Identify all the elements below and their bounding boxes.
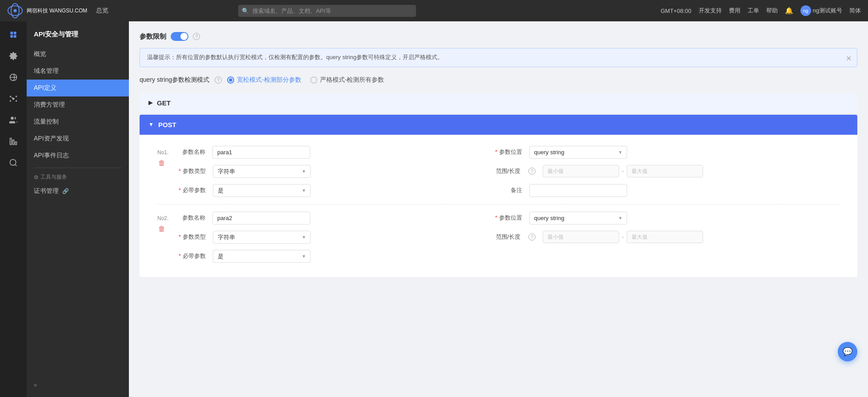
cert-label: 证书管理 <box>34 187 59 195</box>
sidebar-icon-security[interactable] <box>4 25 23 44</box>
param-1-type-select-wrapper: 字符串 ▼ <box>213 165 311 178</box>
sidebar-item-overview[interactable]: 概览 <box>27 46 129 63</box>
param-2-req-select-wrapper: 是 ▼ <box>213 250 311 263</box>
sidebar-app-title: API安全与管理 <box>27 25 129 46</box>
svg-rect-17 <box>12 140 14 145</box>
param-1-pos-select[interactable]: query string <box>529 146 627 159</box>
nav-title[interactable]: 总览 <box>96 7 108 15</box>
floating-chat-button[interactable]: 💬 <box>838 342 857 361</box>
svg-point-15 <box>11 117 14 120</box>
content-area: 参数限制 ? 温馨提示：所有位置的参数默认执行宽松模式，仅检测有配置的参数。qu… <box>129 21 868 397</box>
param-2-type-select-wrapper: 字符串 ▼ <box>213 231 311 244</box>
sidebar-icon-traffic[interactable] <box>4 132 23 151</box>
param-2-range-help-icon[interactable]: ? <box>528 233 536 241</box>
param-2-name-pos-row: 参数名称 参数位置 query string ▼ <box>179 212 840 225</box>
cost-link[interactable]: 费用 <box>729 7 740 15</box>
row-1-delete-icon[interactable]: 🗑 <box>158 159 165 167</box>
domain-label: 域名管理 <box>34 67 59 75</box>
search-container: 🔍 <box>238 5 416 17</box>
sidebar-item-traffic[interactable]: 流量控制 <box>27 113 129 130</box>
radio-strict-label: 严格模式-检测所有参数 <box>320 76 384 84</box>
sidebar-icon-consumer[interactable] <box>4 110 23 130</box>
mode-select-label: query string参数检测模式 <box>140 76 209 84</box>
logo-text: 网宿科技 WANGSU.COM <box>27 8 87 14</box>
param-limit-label: 参数限制 <box>140 32 166 41</box>
param-limit-help-icon[interactable]: ? <box>193 33 200 40</box>
user-menu[interactable]: ng ng测试账号 <box>800 5 842 16</box>
sidebar-item-domain[interactable]: 域名管理 <box>27 63 129 80</box>
row-2-delete-icon[interactable]: 🗑 <box>158 225 165 233</box>
param-1-req-select[interactable]: 是 <box>213 184 311 197</box>
sidebar-item-discovery[interactable]: API资产发现 <box>27 130 129 147</box>
get-method-label: GET <box>157 99 171 107</box>
param-1-remark-input[interactable] <box>529 184 627 197</box>
param-2-type-label: 参数类型 <box>179 233 206 241</box>
get-chevron-right-icon: ▶ <box>148 100 152 106</box>
wangsu-logo-icon <box>7 3 23 19</box>
lang-switch[interactable]: 简体 <box>849 7 861 15</box>
param-2-name-input[interactable] <box>212 212 310 225</box>
tools-section-label: ⚙ 工具与服务 <box>27 172 129 183</box>
sidebar-divider <box>34 168 122 168</box>
param-1-name-input[interactable] <box>212 146 310 159</box>
sidebar-item-event-log[interactable]: API事件日志 <box>27 147 129 164</box>
param-2-pos-select[interactable]: query string <box>529 212 627 225</box>
param-1-pos-label: 参数位置 <box>495 148 522 156</box>
param-1-range-label: 范围/长度 <box>494 167 520 175</box>
api-def-label: API定义 <box>34 84 56 92</box>
param-form-container: No1. 🗑 参数名称 参数位置 query string ▼ <box>140 135 857 277</box>
sidebar-icon-api[interactable] <box>4 89 23 108</box>
notification-bell-icon[interactable]: 🔔 <box>785 7 793 15</box>
param-1-range-help-icon[interactable]: ? <box>528 168 536 175</box>
param-row-2: No2. 🗑 参数名称 参数位置 query string ▼ <box>157 212 840 263</box>
param-2-min-input[interactable] <box>543 231 619 243</box>
dev-support-link[interactable]: 开发支持 <box>699 7 722 15</box>
svg-line-20 <box>15 164 17 166</box>
param-1-min-input[interactable] <box>543 165 619 177</box>
svg-rect-4 <box>14 32 16 34</box>
workorder-link[interactable]: 工单 <box>748 7 759 15</box>
svg-point-10 <box>10 96 11 97</box>
alert-close-icon[interactable]: ✕ <box>846 53 852 64</box>
sidebar-item-cert[interactable]: 证书管理 🔗 <box>27 183 129 200</box>
sidebar-icon-domain[interactable] <box>4 68 23 87</box>
param-1-req-select-wrapper: 是 ▼ <box>213 184 311 197</box>
param-2-max-input[interactable] <box>627 231 703 243</box>
param-2-name-label: 参数名称 <box>179 214 205 222</box>
param-1-remark-label: 备注 <box>496 186 522 194</box>
search-input[interactable] <box>238 5 416 17</box>
post-method-label: POST <box>158 121 176 128</box>
mode-select-row: query string参数检测模式 ? 宽松模式-检测部分参数 严格模式-检测… <box>140 76 857 84</box>
svg-rect-16 <box>10 138 12 145</box>
param-2-pos-label: 参数位置 <box>495 214 522 222</box>
radio-strict-mode[interactable]: 严格模式-检测所有参数 <box>310 76 384 84</box>
get-method-header[interactable]: ▶ GET <box>140 93 857 113</box>
top-navbar: 网宿科技 WANGSU.COM 总览 🔍 GMT+08:00 开发支持 费用 工… <box>0 0 868 21</box>
param-2-req-select[interactable]: 是 <box>213 250 311 263</box>
sidebar-collapse-btn[interactable]: « <box>27 376 129 393</box>
param-2-type-select[interactable]: 字符串 <box>213 231 311 244</box>
param-limit-toggle[interactable] <box>171 32 188 41</box>
help-link[interactable]: 帮助 <box>766 7 778 15</box>
param-limit-header: 参数限制 ? <box>140 32 857 41</box>
main-layout: API安全与管理 概览 域名管理 API定义 消费方管理 流量控制 API资产发… <box>0 21 868 397</box>
sidebar-item-api-def[interactable]: API定义 <box>27 80 129 96</box>
post-chevron-down-icon: ▼ <box>148 121 154 128</box>
param-separator-1 <box>157 204 840 205</box>
sidebar-icon-gear[interactable] <box>4 46 23 66</box>
sidebar-item-consumer[interactable]: 消费方管理 <box>27 96 129 113</box>
username-label: ng测试账号 <box>813 7 842 15</box>
post-method-header[interactable]: ▼ POST <box>140 115 857 135</box>
sidebar-menu: API安全与管理 概览 域名管理 API定义 消费方管理 流量控制 API资产发… <box>27 21 129 397</box>
svg-point-11 <box>16 96 17 97</box>
radio-loose-mode[interactable]: 宽松模式-检测部分参数 <box>227 76 301 84</box>
svg-line-14 <box>11 97 12 98</box>
alert-box: 温馨提示：所有位置的参数默认执行宽松模式，仅检测有配置的参数。query str… <box>140 48 857 67</box>
param-1-max-input[interactable] <box>627 165 703 177</box>
param-1-type-select[interactable]: 字符串 <box>213 165 311 178</box>
mode-help-icon[interactable]: ? <box>215 76 222 84</box>
sidebar-icon-rail <box>0 21 27 397</box>
param-2-pos-select-wrapper: query string ▼ <box>529 212 627 225</box>
param-1-req-remark-row: 必带参数 是 ▼ 备注 <box>179 184 840 197</box>
sidebar-icon-discovery[interactable] <box>4 153 23 172</box>
